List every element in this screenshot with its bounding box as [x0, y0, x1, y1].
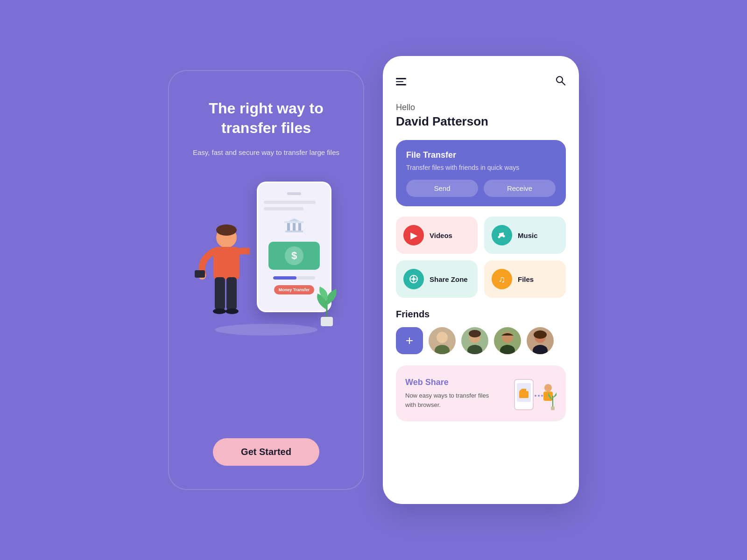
send-button[interactable]: Send — [406, 180, 478, 197]
svg-point-47 — [535, 395, 536, 397]
share-zone-label: Share Zone — [430, 275, 468, 283]
category-share-zone[interactable]: Share Zone — [396, 260, 478, 298]
music-label: Music — [518, 231, 538, 239]
ws-subtitle: Now easy ways to transfer files with bro… — [405, 391, 489, 409]
svg-point-22 — [412, 278, 415, 280]
svg-point-45 — [544, 384, 552, 392]
svg-point-49 — [541, 395, 543, 397]
svg-rect-51 — [551, 406, 555, 410]
svg-rect-44 — [519, 391, 529, 398]
svg-point-48 — [538, 395, 540, 397]
files-icon: ♫ — [492, 269, 512, 289]
category-music[interactable]: Music — [484, 217, 566, 254]
friends-row: + — [396, 327, 566, 354]
ft-subtitle: Transfer files with friends in quick way… — [406, 164, 556, 171]
videos-label: Videos — [430, 231, 452, 239]
svg-rect-12 — [298, 223, 301, 231]
ws-title: Web Share — [405, 378, 489, 387]
greeting-text: Hello — [396, 103, 566, 112]
get-started-button[interactable]: Get Started — [213, 438, 319, 466]
category-grid: ▶ Videos Music — [396, 217, 566, 298]
search-icon[interactable] — [555, 75, 566, 89]
svg-rect-10 — [287, 223, 290, 231]
bank-icon — [282, 217, 306, 236]
svg-rect-2 — [213, 247, 240, 280]
dollar-circle: $ — [285, 246, 303, 265]
music-icon — [492, 225, 512, 245]
person-illustration — [189, 224, 250, 331]
file-transfer-card: File Transfer Transfer files with friend… — [396, 140, 566, 206]
svg-point-41 — [534, 330, 547, 339]
money-transfer-btn: Money Transfer — [274, 285, 315, 294]
phone-progress — [273, 276, 315, 280]
svg-point-1 — [216, 224, 237, 236]
web-share-card: Web Share Now easy ways to transfer file… — [396, 365, 566, 421]
phone-notch — [287, 192, 301, 195]
friend-avatar-1[interactable] — [429, 327, 456, 354]
svg-point-20 — [503, 235, 505, 238]
svg-point-7 — [226, 308, 239, 314]
friend-avatar-2[interactable] — [461, 327, 488, 354]
user-name: David Patterson — [396, 114, 566, 129]
svg-point-6 — [213, 308, 226, 314]
svg-line-18 — [562, 82, 565, 85]
svg-rect-15 — [321, 317, 333, 326]
svg-rect-4 — [215, 277, 225, 310]
menu-icon[interactable] — [396, 78, 406, 85]
ws-content: Web Share Now easy ways to transfer file… — [405, 378, 489, 409]
svg-rect-13 — [285, 231, 303, 232]
ft-buttons: Send Receive — [406, 180, 556, 197]
svg-rect-8 — [195, 270, 205, 278]
friend-avatar-3[interactable] — [494, 327, 521, 354]
left-subtitle: Easy, fast and secure way to transfer la… — [193, 147, 339, 158]
phone-lines — [264, 201, 324, 214]
share-zone-icon — [403, 269, 424, 289]
ft-title: File Transfer — [406, 150, 556, 160]
svg-point-33 — [469, 330, 481, 337]
svg-point-28 — [437, 332, 448, 343]
files-label: Files — [518, 275, 534, 283]
svg-rect-5 — [226, 277, 237, 310]
svg-rect-14 — [284, 221, 304, 223]
friend-avatar-4[interactable] — [527, 327, 554, 354]
category-videos[interactable]: ▶ Videos — [396, 217, 478, 254]
ws-illustration — [510, 375, 557, 412]
left-title: The right way to transfer files — [183, 99, 349, 138]
right-header — [396, 75, 566, 89]
money-card: $ — [268, 242, 320, 270]
add-friend-button[interactable]: + — [396, 327, 423, 354]
illustration: $ Money Transfer — [187, 177, 345, 345]
friends-section-title: Friends — [396, 309, 566, 320]
left-screen: The right way to transfer files Easy, fa… — [168, 70, 364, 490]
receive-button[interactable]: Receive — [484, 180, 556, 197]
videos-icon: ▶ — [403, 225, 424, 245]
right-screen: Hello David Patterson File Transfer Tran… — [383, 56, 579, 504]
svg-rect-11 — [293, 223, 296, 231]
svg-point-19 — [498, 236, 500, 238]
category-files[interactable]: ♫ Files — [484, 260, 566, 298]
plant-illustration — [310, 282, 343, 329]
phone-progress-fill — [273, 276, 296, 280]
